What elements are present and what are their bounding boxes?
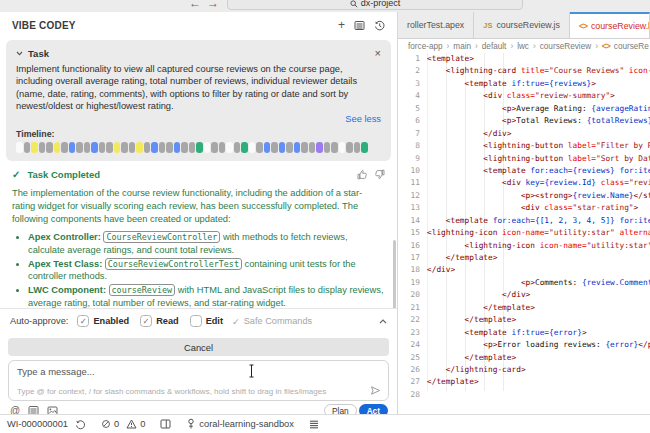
timeline-dot[interactable] <box>196 142 203 153</box>
timeline-dot[interactable] <box>174 142 181 153</box>
timeline-dot[interactable] <box>54 142 61 153</box>
checkbox-unchecked[interactable] <box>190 315 202 327</box>
breadcrumb-item[interactable]: courseReview <box>540 42 591 51</box>
timeline-dot[interactable] <box>106 142 113 153</box>
timeline-dot[interactable] <box>226 142 233 153</box>
timeline[interactable] <box>16 142 381 153</box>
list-icon[interactable] <box>28 405 39 414</box>
timeline-dot[interactable] <box>346 142 353 153</box>
tab-courseReview.js[interactable]: JScourseReview.js <box>474 12 570 38</box>
breadcrumb-item[interactable]: lwc <box>517 42 529 51</box>
timeline-dot[interactable] <box>31 142 38 153</box>
project-search-box[interactable]: dx-project <box>227 0 523 10</box>
code-text: </div> <box>427 264 455 276</box>
errors-status[interactable]: 0 <box>101 419 119 429</box>
timeline-dot[interactable] <box>279 142 286 153</box>
timeline-dot[interactable] <box>354 142 361 153</box>
work-item-status[interactable]: WI-000000001 <box>7 419 68 429</box>
timeline-dot[interactable] <box>189 142 196 153</box>
menu-icon[interactable] <box>309 420 319 429</box>
tab-courseReview.htm[interactable]: <>courseReview.htm <box>570 12 650 38</box>
timeline-dot[interactable] <box>99 142 106 153</box>
timeline-dot[interactable] <box>241 142 248 153</box>
new-task-icon[interactable]: + <box>338 19 345 31</box>
cancel-button[interactable]: Cancel <box>8 338 389 356</box>
breadcrumb[interactable]: force-app›main›default›lwc›courseReview›… <box>398 39 650 53</box>
timeline-dot[interactable] <box>316 142 323 153</box>
sync-icon[interactable] <box>75 419 86 430</box>
timeline-dot[interactable] <box>181 142 188 153</box>
chevron-up-icon[interactable] <box>379 319 387 324</box>
thumbs-up-icon[interactable] <box>357 169 368 180</box>
timeline-dot[interactable] <box>271 142 278 153</box>
plan-mode-button[interactable]: Plan <box>324 404 357 414</box>
completion-summary: The implementation of the course review … <box>12 187 385 225</box>
timeline-dot[interactable] <box>91 142 98 153</box>
timeline-dot[interactable] <box>114 142 121 153</box>
auto-approve-option[interactable]: Edit <box>190 315 223 327</box>
tab-label: courseReview.htm <box>591 21 650 31</box>
timeline-dot[interactable] <box>211 142 218 153</box>
timeline-dot[interactable] <box>309 142 316 153</box>
timeline-dot[interactable] <box>264 142 271 153</box>
breadcrumb-file[interactable]: courseRe <box>614 42 649 51</box>
editor-layout-icon[interactable] <box>160 419 171 429</box>
see-less-link[interactable]: See less <box>16 114 381 124</box>
timeline-dot[interactable] <box>76 142 83 153</box>
act-mode-button[interactable]: Act <box>359 404 388 414</box>
timeline-dot[interactable] <box>324 142 331 153</box>
chevron-down-icon[interactable] <box>16 51 23 56</box>
timeline-dot[interactable] <box>129 142 136 153</box>
breadcrumb-item[interactable]: main <box>453 42 471 51</box>
timeline-dot[interactable] <box>39 142 46 153</box>
timeline-dot[interactable] <box>136 142 143 153</box>
forward-arrow-icon[interactable]: → <box>207 0 219 10</box>
timeline-dot[interactable] <box>286 142 293 153</box>
code-text: <template if:true={error}> <box>427 327 587 339</box>
timeline-dot[interactable] <box>204 142 211 153</box>
tab-rollerTest.apex[interactable]: rollerTest.apex <box>398 12 474 38</box>
checkbox-checked[interactable]: ✓ <box>140 315 152 327</box>
timeline-dot[interactable] <box>331 142 338 153</box>
timeline-dot[interactable] <box>24 142 31 153</box>
timeline-dot[interactable] <box>166 142 173 153</box>
timeline-dot[interactable] <box>69 142 76 153</box>
code-area[interactable]: 1<template>2 <lightning-card title="Cour… <box>398 53 650 414</box>
code-text: </template> <box>427 314 516 326</box>
code-line: 14 <template for:each={[1, 2, 3, 4, 5]} … <box>398 215 650 227</box>
org-status[interactable]: coral-learning-sandbox <box>186 418 294 430</box>
timeline-dot[interactable] <box>249 142 256 153</box>
auto-approve-option[interactable]: ✓Read <box>140 315 178 327</box>
auto-approve-option[interactable]: ✓Enabled <box>77 315 129 327</box>
timeline-dot[interactable] <box>121 142 128 153</box>
timeline-dot[interactable] <box>361 142 368 153</box>
timeline-dot[interactable] <box>46 142 53 153</box>
timeline-dot[interactable] <box>256 142 263 153</box>
history-icon[interactable] <box>374 20 385 31</box>
close-icon[interactable]: × <box>375 47 381 59</box>
task-list-icon[interactable] <box>354 20 365 31</box>
panel-scrollbar[interactable] <box>393 240 396 318</box>
timeline-dot[interactable] <box>61 142 68 153</box>
checkbox-checked[interactable]: ✓ <box>77 315 89 327</box>
timeline-dot[interactable] <box>159 142 166 153</box>
timeline-dot[interactable] <box>144 142 151 153</box>
thumbs-down-icon[interactable] <box>374 169 385 180</box>
timeline-dot[interactable] <box>151 142 158 153</box>
timeline-dot[interactable] <box>219 142 226 153</box>
timeline-dot[interactable] <box>16 142 23 153</box>
warnings-status[interactable]: 0 <box>126 419 145 429</box>
code-line: 10 <template for:each={reviews} for:item… <box>398 165 650 177</box>
timeline-dot[interactable] <box>294 142 301 153</box>
mention-icon[interactable]: @ <box>10 405 20 414</box>
timeline-dot[interactable] <box>301 142 308 153</box>
timeline-dot[interactable] <box>234 142 241 153</box>
breadcrumb-item[interactable]: default <box>482 42 507 51</box>
image-icon[interactable] <box>47 405 58 414</box>
timeline-dot[interactable] <box>84 142 91 153</box>
message-input[interactable]: Type a message... Type @ for context, / … <box>8 360 389 401</box>
timeline-dot[interactable] <box>339 142 346 153</box>
breadcrumb-item[interactable]: force-app <box>408 42 443 51</box>
back-arrow-icon[interactable]: ← <box>189 0 201 10</box>
send-icon[interactable] <box>370 385 381 396</box>
